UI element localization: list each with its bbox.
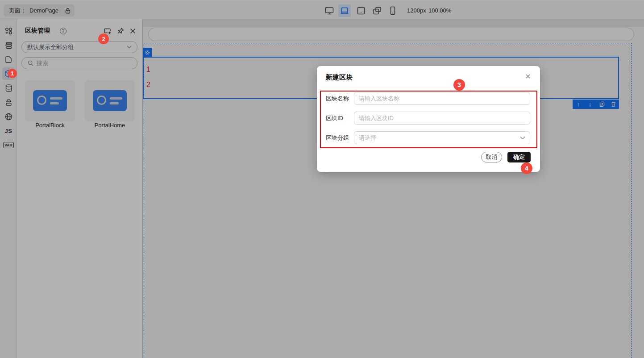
new-block-dialog: 新建区块 ✕ 区块名称 区块ID 区块分组 请选择 取消 确定 [317,66,540,172]
field-row-block-id: 区块ID [317,112,540,125]
dialog-title: 新建区块 [326,73,353,82]
close-icon: ✕ [525,72,531,81]
modal-backdrop[interactable] [0,0,644,358]
field-label: 区块ID [326,112,343,125]
field-label: 区块分组 [326,131,349,144]
chevron-down-icon [520,136,525,140]
dialog-close-button[interactable]: ✕ [524,72,532,80]
block-name-input[interactable] [354,92,530,105]
block-id-input[interactable] [354,112,530,125]
select-placeholder: 请选择 [359,134,376,142]
cancel-button[interactable]: 取消 [481,152,502,162]
field-row-block-name: 区块名称 [317,92,540,105]
block-group-select[interactable]: 请选择 [354,131,530,144]
field-row-block-group: 区块分组 请选择 [317,131,540,144]
field-label: 区块名称 [326,92,349,105]
confirm-button[interactable]: 确定 [507,152,531,162]
